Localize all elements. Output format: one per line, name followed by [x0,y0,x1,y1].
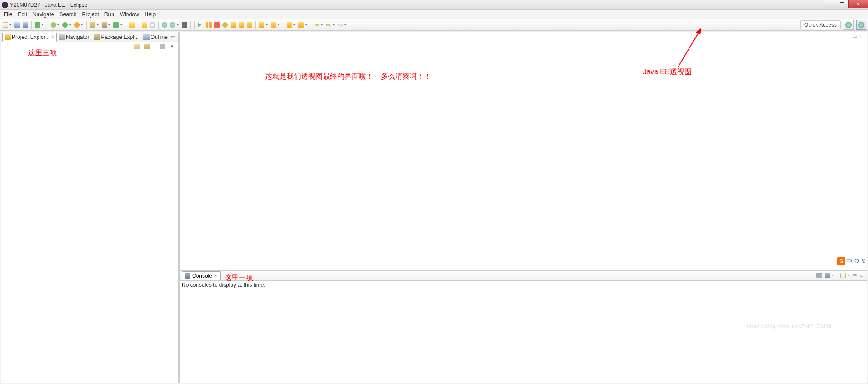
toolbar-separator [47,21,47,29]
maximize-button[interactable] [836,0,849,8]
run-button[interactable] [61,21,69,28]
ime-status[interactable]: 中 Ω ↯ [846,257,866,265]
view-menu-button[interactable]: ▾ [169,43,175,50]
toolbar-separator [138,21,138,29]
step-into-button[interactable] [230,21,237,28]
open-console-button[interactable] [840,272,847,279]
menu-file[interactable]: File [1,10,15,19]
quick-access-field[interactable]: Quick Access [800,20,841,29]
toolbar-separator [837,272,837,280]
step-over-button[interactable] [238,21,245,28]
editor-controls: ▭ □ [851,33,865,39]
drop-frame-button[interactable] [258,21,265,28]
tab-package-explorer[interactable]: Package Expl... [91,33,141,42]
tab-project-explorer[interactable]: Project Explor... ✕ [2,33,57,42]
ime-badge-icon[interactable]: S [837,257,845,265]
console-tabs: Console ✕ ▭ □ [180,271,867,281]
left-panel: Project Explor... ✕ Navigator Package Ex… [1,32,179,383]
tab-label: Outline [151,34,168,40]
workspace: Project Explor... ✕ Navigator Package Ex… [0,31,868,384]
minimize-view-button[interactable]: ▭ [170,34,176,40]
menu-edit[interactable]: Edit [15,10,30,19]
tab-console[interactable]: Console ✕ [182,271,221,280]
tab-navigator[interactable]: Navigator [57,33,91,42]
editor-minimize-button[interactable]: ▭ [851,33,858,39]
minimize-button[interactable] [824,0,836,8]
search-button[interactable] [149,21,156,28]
project-explorer-icon [5,34,11,40]
new-server-button[interactable] [89,21,96,28]
link-editor-button[interactable] [143,43,151,50]
toolbar-separator [311,21,311,29]
close-button[interactable] [848,0,868,8]
save-all-button[interactable] [22,21,29,28]
suspend-button[interactable] [205,21,212,28]
console-body: No consoles to display at this time. [180,281,867,383]
window-title: Y20M07D27 - Java EE - Eclipse [10,2,87,8]
toolbar-separator [283,21,283,29]
tab-close-icon[interactable]: ✕ [214,273,217,278]
browser-button[interactable] [161,21,168,28]
menu-window[interactable]: Window [117,10,142,19]
window-titlebar: Y20M07D27 - Java EE - Eclipse [0,0,868,10]
prev-annotation-button[interactable] [297,21,305,28]
menu-search[interactable]: Search [57,10,79,19]
new-class-button[interactable] [113,21,120,28]
console-maximize-button[interactable]: □ [859,272,865,278]
pin-console-button[interactable] [816,272,823,279]
project-explorer-body[interactable] [1,51,178,383]
left-view-tabs: Project Explor... ✕ Navigator Package Ex… [1,32,178,42]
eclipse-icon [2,2,8,8]
tab-outline[interactable]: Outline [141,33,170,42]
tab-label: Package Expl... [101,34,138,40]
toolbar-separator [86,21,87,29]
disconnect-button[interactable] [222,21,229,28]
toolbar-separator [155,43,155,51]
tab-label: Navigator [66,34,89,40]
forward-button[interactable]: ⇨ [325,21,332,28]
editor-maximize-button[interactable]: □ [859,33,865,39]
build-button[interactable] [34,21,41,28]
terminate-button[interactable] [213,21,221,28]
watermark: https://blog.csdn.net/ZHYLCM99 [747,323,832,330]
toolbar-separator [126,21,126,29]
outline-icon [143,34,150,40]
toolbar-separator [194,21,195,29]
debug-button[interactable] [50,21,57,28]
toolbar-separator [31,21,32,29]
step-return-button[interactable] [246,21,253,28]
open-type-button[interactable] [128,21,136,28]
resume-button[interactable] [197,21,204,28]
display-console-button[interactable] [824,272,831,279]
collapse-all-button[interactable] [133,43,141,50]
refresh-button[interactable] [169,21,176,28]
new-package-button[interactable] [101,21,108,28]
open-task-button[interactable] [141,21,148,28]
toolbar-separator [255,21,256,29]
use-step-filters-button[interactable] [270,21,277,28]
tab-close-icon[interactable]: ✕ [51,34,54,39]
window-controls [824,0,868,8]
back-button[interactable]: ⇦ [313,21,321,28]
focus-button[interactable] [159,43,166,50]
new-button[interactable] [2,21,9,28]
javaee-perspective-button[interactable] [856,20,866,30]
menu-navigate[interactable]: Navigate [30,10,57,19]
main-toolbar: ⇦ ⇨ ↪ Quick Access [0,19,868,31]
next-annotation-button[interactable] [286,21,293,28]
open-perspective-button[interactable] [844,20,854,30]
last-edit-button[interactable]: ↪ [337,21,344,28]
ime-indicator: S 中 Ω ↯ [837,257,866,265]
menu-bar: File Edit Navigate Search Project Run Wi… [0,10,868,19]
console-tab-label: Console [192,273,212,279]
terminal-button[interactable] [181,21,188,28]
menu-help[interactable]: Help [142,10,159,19]
menu-run[interactable]: Run [102,10,117,19]
menu-project[interactable]: Project [79,10,101,19]
package-explorer-icon [94,34,100,40]
console-minimize-button[interactable]: ▭ [851,272,858,278]
editor-area[interactable]: ▭ □ [180,32,867,270]
center-panel: ▭ □ Console ✕ ▭ □ [179,32,867,383]
external-button[interactable] [73,21,80,28]
save-button[interactable] [14,21,21,28]
